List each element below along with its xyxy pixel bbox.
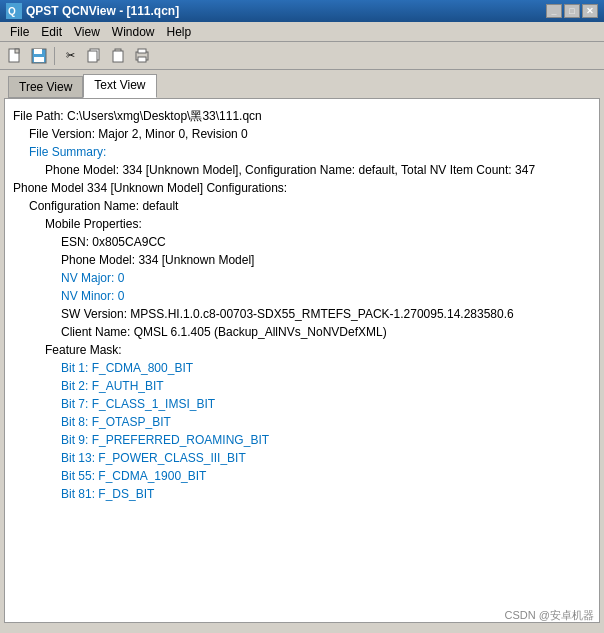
title-bar: Q QPST QCNView - [111.qcn] _ □ ✕ xyxy=(0,0,604,22)
menu-view[interactable]: View xyxy=(68,24,106,40)
svg-rect-6 xyxy=(34,57,44,62)
content-line: Bit 7: F_CLASS_1_IMSI_BIT xyxy=(13,395,591,413)
menu-help[interactable]: Help xyxy=(161,24,198,40)
content-line: Bit 13: F_POWER_CLASS_III_BIT xyxy=(13,449,591,467)
content-line: Phone Model: 334 [Unknown Model] xyxy=(13,251,591,269)
main-content[interactable]: File Path: C:\Users\xmg\Desktop\黑33\111.… xyxy=(4,98,600,623)
tab-text-view[interactable]: Text View xyxy=(83,74,156,98)
content-line: NV Minor: 0 xyxy=(13,287,591,305)
new-button[interactable] xyxy=(4,45,26,67)
content-line: Client Name: QMSL 6.1.405 (Backup_AllNVs… xyxy=(13,323,591,341)
close-button[interactable]: ✕ xyxy=(582,4,598,18)
tab-tree-view[interactable]: Tree View xyxy=(8,76,83,98)
paste-button[interactable] xyxy=(107,45,129,67)
svg-rect-3 xyxy=(15,49,19,53)
content-line: Bit 55: F_CDMA_1900_BIT xyxy=(13,467,591,485)
content-line: Feature Mask: xyxy=(13,341,591,359)
content-line: Bit 81: F_DS_BIT xyxy=(13,485,591,503)
toolbar: ✂ xyxy=(0,42,604,70)
copy-button[interactable] xyxy=(83,45,105,67)
content-line: Bit 1: F_CDMA_800_BIT xyxy=(13,359,591,377)
content-line: Configuration Name: default xyxy=(13,197,591,215)
content-line: Bit 8: F_OTASP_BIT xyxy=(13,413,591,431)
tab-area: Tree View Text View xyxy=(0,70,604,98)
menu-edit[interactable]: Edit xyxy=(35,24,68,40)
svg-rect-10 xyxy=(113,51,123,62)
svg-rect-5 xyxy=(34,49,42,54)
content-line: NV Major: 0 xyxy=(13,269,591,287)
content-line: Bit 9: F_PREFERRED_ROAMING_BIT xyxy=(13,431,591,449)
save-button[interactable] xyxy=(28,45,50,67)
maximize-button[interactable]: □ xyxy=(564,4,580,18)
print-button[interactable] xyxy=(131,45,153,67)
content-line: File Version: Major 2, Minor 0, Revision… xyxy=(13,125,591,143)
menu-window[interactable]: Window xyxy=(106,24,161,40)
content-line: Mobile Properties: xyxy=(13,215,591,233)
content-line: Phone Model: 334 [Unknown Model], Config… xyxy=(13,161,591,179)
title-text: QPST QCNView - [111.qcn] xyxy=(26,4,179,18)
window-controls: _ □ ✕ xyxy=(546,4,598,18)
content-line: Phone Model 334 [Unknown Model] Configur… xyxy=(13,179,591,197)
toolbar-separator-1 xyxy=(54,47,55,65)
minimize-button[interactable]: _ xyxy=(546,4,562,18)
app-icon: Q xyxy=(6,3,22,19)
watermark: CSDN @安卓机器 xyxy=(505,608,594,623)
cut-button[interactable]: ✂ xyxy=(59,45,81,67)
menu-bar: File Edit View Window Help xyxy=(0,22,604,42)
content-line: Bit 2: F_AUTH_BIT xyxy=(13,377,591,395)
menu-file[interactable]: File xyxy=(4,24,35,40)
content-line: ESN: 0x805CA9CC xyxy=(13,233,591,251)
content-line: SW Version: MPSS.HI.1.0.c8-00703-SDX55_R… xyxy=(13,305,591,323)
svg-rect-8 xyxy=(88,51,97,62)
content-line: File Path: C:\Users\xmg\Desktop\黑33\111.… xyxy=(13,107,591,125)
content-line: File Summary: xyxy=(13,143,591,161)
svg-text:Q: Q xyxy=(8,6,16,17)
svg-rect-12 xyxy=(138,49,146,53)
svg-rect-13 xyxy=(138,57,146,62)
